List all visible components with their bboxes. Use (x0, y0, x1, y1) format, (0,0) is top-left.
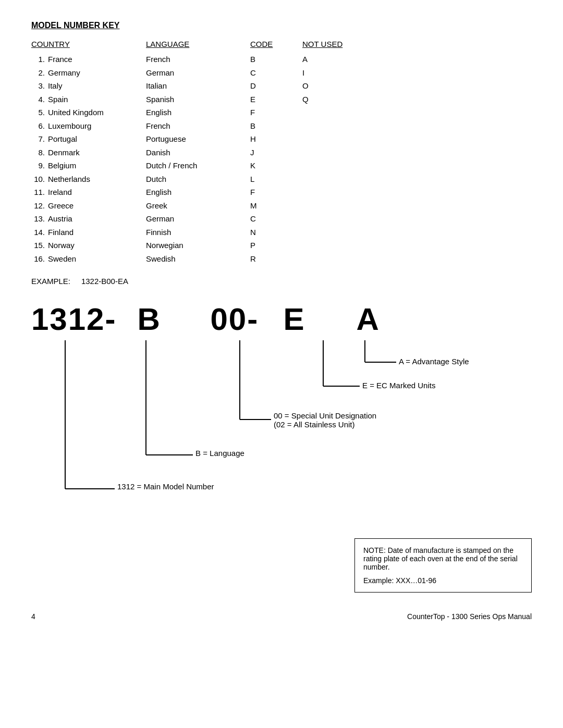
table-row: 9.Belgium Dutch / French K (31, 159, 532, 172)
country-cell: 10.Netherlands (31, 172, 146, 186)
example-line: EXAMPLE: 1322-B00-EA (31, 277, 532, 286)
language-cell: Danish (146, 146, 250, 159)
table-row: 5.United Kingdom English F (31, 106, 532, 119)
table-row: 11.Ireland English F (31, 186, 532, 199)
language-cell: German (146, 66, 250, 80)
code-cell: C (250, 212, 302, 226)
code-cell: J (250, 146, 302, 159)
notused-cell (302, 186, 365, 199)
code-cell: R (250, 252, 302, 266)
notused-cell: I (302, 66, 365, 80)
code-cell: B (250, 53, 302, 66)
table-row: 8.Denmark Danish J (31, 146, 532, 159)
note-text: NOTE: Date of manufacture is stamped on … (363, 546, 523, 571)
country-cell: 8.Denmark (31, 146, 146, 159)
notused-cell (302, 159, 365, 172)
code-cell: F (250, 186, 302, 199)
notused-cell (302, 199, 365, 213)
example-label: EXAMPLE: (31, 277, 70, 286)
country-cell: 7.Portugal (31, 132, 146, 146)
notused-cell (302, 132, 365, 146)
annotation-1312: 1312 = Main Model Number (117, 482, 214, 491)
code-cell: F (250, 106, 302, 119)
annotation-b: B = Language (195, 449, 244, 458)
notused-cell (302, 226, 365, 239)
model-part-1312: 1312- (31, 301, 116, 337)
notused-cell: O (302, 79, 365, 93)
country-cell: 13.Austria (31, 212, 146, 226)
language-cell: German (146, 212, 250, 226)
notused-cell (302, 239, 365, 252)
code-cell: P (250, 239, 302, 252)
country-cell: 11.Ireland (31, 186, 146, 199)
table-row: 10.Netherlands Dutch L (31, 172, 532, 186)
table-row: 16.Sweden Swedish R (31, 252, 532, 266)
country-cell: 2.Germany (31, 66, 146, 80)
example-value: 1322-B00-EA (81, 277, 128, 286)
table-row: 7.Portugal Portuguese H (31, 132, 532, 146)
code-cell: L (250, 172, 302, 186)
col-header-language: LANGUAGE (146, 40, 250, 48)
language-cell: English (146, 106, 250, 119)
col-header-country: COUNTRY (31, 40, 146, 48)
language-cell: Greek (146, 199, 250, 213)
footer-doc-title: CounterTop - 1300 Series Ops Manual (407, 612, 532, 621)
country-cell: 3.Italy (31, 79, 146, 93)
table-row: 2.Germany German C I (31, 66, 532, 80)
notused-cell: A (302, 53, 365, 66)
language-cell: Spanish (146, 93, 250, 106)
bracket-diagram: A = Advantage Style E = EC Marked Units … (47, 340, 537, 517)
model-number-display: 1312- B 00- E A (31, 301, 532, 337)
notused-cell (302, 146, 365, 159)
table-row: 3.Italy Italian D O (31, 79, 532, 93)
section-title: MODEL NUMBER KEY (31, 21, 532, 30)
table-row: 4.Spain Spanish E Q (31, 93, 532, 106)
language-cell: Finnish (146, 226, 250, 239)
table-row: 15.Norway Norwegian P (31, 239, 532, 252)
footer-page-num: 4 (31, 612, 35, 621)
code-cell: D (250, 79, 302, 93)
notused-cell (302, 172, 365, 186)
table-row: 13.Austria German C (31, 212, 532, 226)
notused-cell: Q (302, 93, 365, 106)
language-cell: Portuguese (146, 132, 250, 146)
language-cell: Swedish (146, 252, 250, 266)
code-cell: H (250, 132, 302, 146)
notused-cell (302, 212, 365, 226)
table-row: 1.France French B A (31, 53, 532, 66)
code-cell: N (250, 226, 302, 239)
language-cell: French (146, 119, 250, 133)
country-cell: 6.Luxembourg (31, 119, 146, 133)
col-header-code: CODE (250, 40, 302, 48)
col-header-notused: NOT USED (302, 40, 365, 48)
code-cell: K (250, 159, 302, 172)
language-cell: Italian (146, 79, 250, 93)
notused-cell (302, 119, 365, 133)
language-cell: Dutch (146, 172, 250, 186)
annotation-00: 00 = Special Unit Designation(02 = All S… (274, 411, 376, 429)
notused-cell (302, 106, 365, 119)
model-part-b: B (137, 301, 189, 337)
code-cell: B (250, 119, 302, 133)
country-cell: 5.United Kingdom (31, 106, 146, 119)
notused-cell (302, 252, 365, 266)
country-cell: 16.Sweden (31, 252, 146, 266)
footer: 4 CounterTop - 1300 Series Ops Manual (31, 608, 532, 621)
code-cell: C (250, 66, 302, 80)
table-row: 6.Luxembourg French B (31, 119, 532, 133)
language-cell: French (146, 53, 250, 66)
table-row: 12.Greece Greek M (31, 199, 532, 213)
country-cell: 15.Norway (31, 239, 146, 252)
language-cell: English (146, 186, 250, 199)
annotation-e: E = EC Marked Units (362, 381, 435, 390)
country-cell: 9.Belgium (31, 159, 146, 172)
language-cell: Dutch / French (146, 159, 250, 172)
note-example: Example: XXX…01-96 (363, 576, 523, 585)
annotation-a: A = Advantage Style (399, 357, 469, 366)
language-cell: Norwegian (146, 239, 250, 252)
note-box: NOTE: Date of manufacture is stamped on … (354, 538, 532, 593)
model-part-e: E (283, 301, 325, 337)
code-cell: M (250, 199, 302, 213)
model-part-00: 00- (210, 301, 262, 337)
country-cell: 1.France (31, 53, 146, 66)
